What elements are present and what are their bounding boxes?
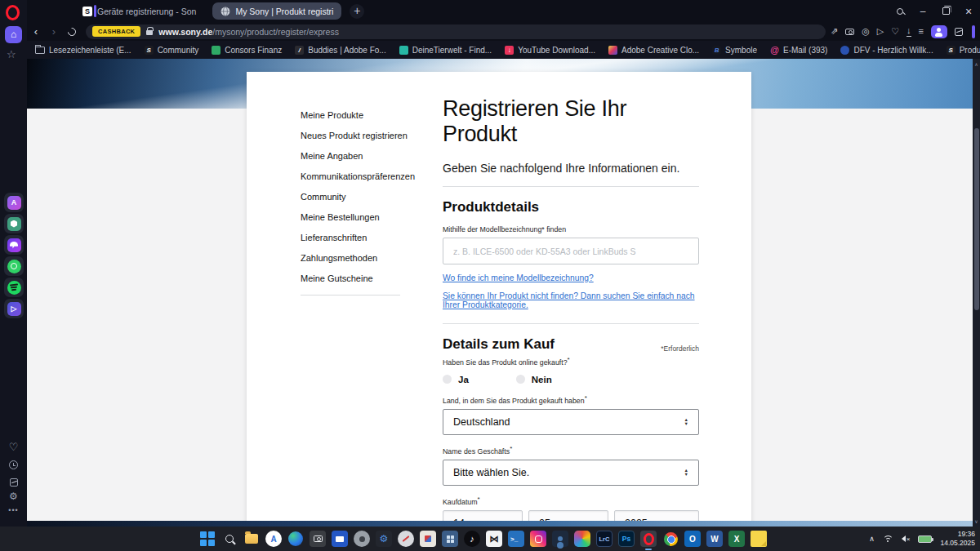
- tune-icon[interactable]: ≡: [919, 27, 924, 36]
- compass-app-icon[interactable]: [398, 531, 414, 547]
- heart-icon[interactable]: ♡: [0, 441, 27, 453]
- lightroom-classic-icon[interactable]: LrC: [596, 531, 612, 547]
- profile-icon[interactable]: [931, 25, 947, 38]
- tab-my-sony[interactable]: My Sony | Produkt registri: [212, 2, 341, 20]
- menu-item-lieferanschriften[interactable]: Lieferanschriften: [301, 227, 415, 247]
- scanner-app-icon[interactable]: [332, 531, 348, 547]
- sticky-notes-icon[interactable]: [751, 531, 767, 547]
- whatsapp-icon[interactable]: [4, 256, 24, 276]
- page-scrollbar[interactable]: ∧ ∨: [973, 59, 980, 527]
- share-icon[interactable]: ⇗: [831, 27, 838, 36]
- badge-icon[interactable]: ◎: [862, 27, 870, 36]
- bookmark-item[interactable]: DFV - Herzlich Willk...: [840, 46, 933, 55]
- snapshot-icon[interactable]: [845, 29, 854, 35]
- outlook-icon[interactable]: O: [684, 531, 701, 547]
- radio-nein[interactable]: [516, 375, 525, 384]
- app-a-icon[interactable]: A: [265, 531, 282, 547]
- battery-icon[interactable]: [918, 535, 932, 543]
- back-button[interactable]: ‹: [27, 25, 45, 38]
- chrome-icon[interactable]: [662, 531, 679, 547]
- file-explorer-icon[interactable]: [243, 531, 260, 547]
- camera2-app-icon[interactable]: [354, 531, 370, 547]
- bookmark-item[interactable]: Adobe Creative Clo...: [608, 46, 699, 55]
- player-icon[interactable]: ▷: [4, 299, 24, 318]
- instagram-icon[interactable]: [530, 531, 546, 547]
- volume-muted-icon[interactable]: ×: [902, 535, 911, 543]
- minimize-button[interactable]: –: [911, 0, 934, 22]
- panel-toggle[interactable]: [972, 25, 975, 38]
- start-button[interactable]: [199, 531, 216, 547]
- product-not-found-link[interactable]: Sie können Ihr Produkt nicht finden? Dan…: [443, 291, 699, 309]
- bookmark-item[interactable]: SCommunity: [145, 46, 199, 55]
- capcut-icon[interactable]: ⋈: [486, 531, 502, 547]
- radio-nein-label[interactable]: Nein: [532, 375, 552, 384]
- model-search-input[interactable]: [443, 238, 699, 264]
- tiktok-icon[interactable]: ♪: [464, 531, 480, 547]
- menu-item-zahlungsmethoden[interactable]: Zahlungsmethoden: [301, 247, 415, 268]
- menu-item-meine-angaben[interactable]: Meine Angaben: [301, 145, 415, 166]
- bookmark-item[interactable]: DeineTierwelt - Find...: [399, 46, 492, 55]
- excel-icon[interactable]: X: [728, 531, 745, 547]
- reload-icon[interactable]: [66, 25, 78, 37]
- more-icon[interactable]: •••: [0, 506, 27, 514]
- aria-icon[interactable]: A: [4, 193, 24, 212]
- radio-ja[interactable]: [443, 375, 452, 384]
- scrollbar-thumb[interactable]: [974, 128, 979, 310]
- opera-icon[interactable]: [640, 531, 657, 547]
- edge-icon[interactable]: [287, 531, 304, 547]
- lock-icon[interactable]: [146, 30, 153, 35]
- scroll-down-icon[interactable]: ∨: [973, 518, 980, 524]
- menu-item-meine-gutscheine[interactable]: Meine Gutscheine: [301, 268, 415, 288]
- cashback-badge[interactable]: CASHBACK: [92, 26, 140, 37]
- close-button[interactable]: ×: [957, 0, 980, 22]
- opera-menu-logo[interactable]: [6, 5, 20, 20]
- person-app-icon[interactable]: [552, 531, 568, 547]
- search-icon[interactable]: [889, 0, 911, 22]
- country-select[interactable]: Deutschland ▲▼: [443, 409, 699, 435]
- radio-ja-label[interactable]: Ja: [458, 375, 469, 384]
- url-field[interactable]: CASHBACK www.sony.de/mysony/product/regi…: [86, 24, 826, 39]
- extensions-icon[interactable]: [0, 475, 27, 490]
- bookmark-item[interactable]: ↓YouTube Download...: [505, 46, 595, 55]
- heart-icon[interactable]: ♡: [891, 27, 899, 36]
- star-icon[interactable]: ☆: [7, 48, 16, 60]
- settings-icon[interactable]: ⚙: [0, 491, 27, 502]
- photos-app-icon[interactable]: [420, 531, 436, 547]
- find-model-link[interactable]: Wo finde ich meine Modellbezeichnung?: [443, 273, 699, 282]
- history-icon[interactable]: [0, 458, 27, 473]
- calculator-icon[interactable]: [442, 531, 458, 547]
- wifi-icon[interactable]: [883, 535, 893, 543]
- menu-item-neues-produkt-registrieren[interactable]: Neues Produkt registrieren: [301, 125, 415, 145]
- camera-app-icon[interactable]: [310, 531, 326, 547]
- messenger-icon[interactable]: [4, 235, 24, 255]
- bookmark-item[interactable]: SProduct Testers: [947, 46, 980, 55]
- scroll-up-icon[interactable]: ∧: [973, 61, 980, 67]
- forward-button[interactable]: ›: [45, 25, 63, 38]
- download-icon[interactable]: ↓: [906, 26, 911, 37]
- adobe-express-icon[interactable]: [574, 531, 590, 547]
- spotify-icon[interactable]: [4, 278, 24, 297]
- taskbar-search-icon[interactable]: [221, 531, 238, 547]
- powershell-icon[interactable]: >_: [508, 531, 524, 547]
- bookmark-item[interactable]: Lesezeichenleiste (E...: [35, 46, 131, 55]
- clock[interactable]: 19:36 14.05.2025: [940, 530, 975, 549]
- tray-chevron-icon[interactable]: ∧: [869, 535, 875, 543]
- home-icon[interactable]: ⌂: [5, 26, 22, 43]
- chatgpt-icon[interactable]: [4, 214, 24, 233]
- bookmark-item[interactable]: /Buddies | Adobe Fo...: [295, 46, 385, 55]
- photoshop-icon[interactable]: Ps: [618, 531, 635, 547]
- send-icon[interactable]: ▷: [877, 27, 884, 36]
- new-tab-button[interactable]: +: [350, 4, 364, 19]
- word-icon[interactable]: W: [706, 531, 723, 547]
- store-select[interactable]: Bitte wählen Sie. ▲▼: [443, 460, 699, 486]
- menu-item-meine-bestellungen[interactable]: Meine Bestellungen: [301, 207, 415, 227]
- bookmark-item[interactable]: BSymbole: [712, 46, 757, 55]
- wallet-cube-icon[interactable]: [955, 28, 963, 36]
- menu-item-meine-produkte[interactable]: Meine Produkte: [301, 104, 415, 125]
- menu-item-community[interactable]: Community: [301, 186, 415, 207]
- restore-button[interactable]: [934, 0, 957, 22]
- bookmark-item[interactable]: @E-Mail (393): [770, 46, 827, 55]
- gear-app-icon[interactable]: ⚙: [376, 531, 392, 547]
- menu-item-kommunikationspraeferenzen[interactable]: Kommunikationspräferenzen: [301, 166, 415, 186]
- bookmark-item[interactable]: Consors Finanz: [212, 46, 282, 55]
